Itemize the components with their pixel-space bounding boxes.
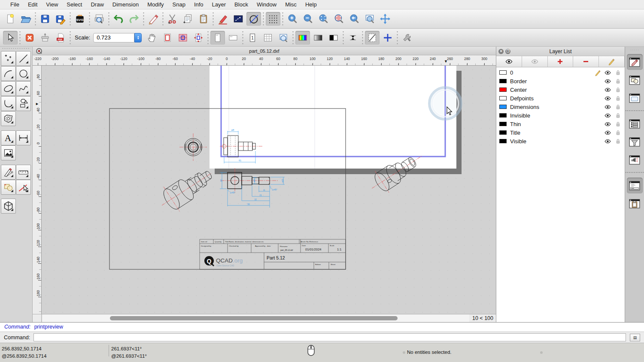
tool-polyline-button[interactable] [1, 96, 16, 111]
pan-button[interactable] [378, 12, 392, 26]
tool-spline-button[interactable] [16, 81, 31, 96]
print-button[interactable] [38, 31, 52, 45]
scrollbar-thumb[interactable] [110, 316, 398, 320]
tool-arc-button[interactable] [1, 66, 16, 81]
draw-pencil-button[interactable] [146, 12, 161, 26]
menu-dimension[interactable]: Dimension [108, 0, 143, 9]
tool-circle-button[interactable] [16, 66, 31, 81]
settings-wrench-button[interactable] [400, 31, 414, 45]
menu-help[interactable]: Help [301, 0, 321, 9]
menu-window[interactable]: Window [252, 0, 281, 9]
layer-edit-icon[interactable] [594, 69, 601, 76]
color-gray-button[interactable] [311, 31, 325, 45]
open-folder-button[interactable] [18, 12, 33, 26]
tool-shape-button[interactable] [16, 96, 31, 111]
pdf-export-button[interactable]: PDF [53, 31, 68, 45]
layer-row[interactable]: Defpoints [496, 94, 625, 103]
add-layer-button[interactable] [548, 56, 574, 67]
clipboard-panel-panel-button[interactable] [627, 196, 643, 211]
command-options-button[interactable]: ▤ [630, 334, 640, 341]
menu-select[interactable]: Select [62, 0, 86, 9]
redo-button[interactable] [127, 12, 141, 26]
library-browser-panel-button[interactable] [627, 152, 643, 168]
tool-block-button[interactable] [1, 180, 16, 195]
grid-toggle-button[interactable] [266, 12, 280, 26]
paper-grid-button[interactable] [176, 31, 190, 45]
point-marks-button[interactable] [380, 31, 395, 45]
layer-visibility-icon[interactable] [604, 112, 611, 119]
portrait-button[interactable] [210, 31, 225, 45]
menu-modify[interactable]: Modify [143, 0, 168, 9]
page-number-button[interactable]: 1 [245, 31, 260, 45]
color-full-button[interactable] [295, 31, 310, 45]
edit-layer-button[interactable] [599, 56, 625, 67]
layer-lock-icon[interactable] [615, 95, 621, 102]
menu-info[interactable]: Info [190, 0, 208, 9]
line-settings-button[interactable] [231, 12, 246, 26]
layer-lock-icon[interactable] [615, 87, 621, 93]
layer-lock-icon[interactable] [615, 121, 621, 127]
hide-all-layers-button[interactable] [522, 56, 548, 67]
layer-row[interactable]: Center [496, 85, 625, 94]
drawing-canvas[interactable]: Item ref Quantity Title/Name, destinatio… [42, 66, 496, 314]
layer-lock-icon[interactable] [615, 138, 621, 145]
scale-stepper[interactable]: ▲▼ [134, 33, 142, 42]
menu-snap[interactable]: Snap [168, 0, 190, 9]
property-editor-panel-button[interactable] [627, 116, 643, 132]
layer-visibility-icon[interactable] [604, 129, 611, 136]
tool-ellipse-button[interactable] [1, 81, 16, 96]
command-input[interactable] [33, 333, 626, 341]
layer-list-panel-button[interactable] [627, 54, 643, 70]
tool-image-button[interactable] [1, 145, 16, 160]
layer-lock-icon[interactable] [615, 104, 621, 110]
tool-dimension-button[interactable] [16, 130, 31, 145]
tool-line-button[interactable] [16, 51, 31, 66]
layer-visibility-icon[interactable] [604, 103, 611, 111]
layer-visibility-icon[interactable] [604, 78, 611, 85]
scale-input[interactable] [93, 33, 134, 42]
color-bw-button[interactable] [326, 31, 341, 45]
remove-layer-button[interactable] [573, 56, 599, 67]
new-file-button[interactable] [3, 12, 18, 26]
layer-lock-icon[interactable] [615, 69, 621, 76]
fit-page-button[interactable] [191, 31, 206, 45]
layer-visibility-icon[interactable] [604, 95, 611, 102]
tool-text-button[interactable]: A [1, 130, 16, 145]
save-as-button[interactable] [53, 12, 68, 26]
copy-button[interactable] [181, 12, 195, 26]
menu-misc[interactable]: Misc [281, 0, 301, 9]
view-frame-panel-button[interactable] [627, 90, 643, 106]
landscape-button[interactable] [226, 31, 240, 45]
zoom-page-button[interactable] [276, 31, 291, 45]
close-preview-button[interactable] [22, 31, 37, 45]
layer-lock-icon[interactable] [615, 112, 621, 119]
block-list-panel-button[interactable] [627, 72, 643, 88]
layer-row[interactable]: Visible [496, 137, 625, 145]
tool-measure-button[interactable] [16, 165, 31, 180]
pointer-button[interactable] [3, 31, 18, 45]
auto-zoom-button[interactable] [316, 12, 331, 26]
tool-solid-button[interactable] [1, 199, 16, 214]
layer-row[interactable]: Thin [496, 120, 625, 128]
draft-mode-button[interactable] [246, 12, 261, 26]
layer-lock-icon[interactable] [615, 130, 621, 136]
layer-row[interactable]: 0 [496, 68, 625, 77]
zoom-out-button[interactable] [301, 12, 315, 26]
crop-marks-button[interactable] [365, 31, 380, 45]
zoom-selection-button[interactable] [331, 12, 346, 26]
layer-visibility-icon[interactable] [604, 121, 611, 128]
layer-lock-icon[interactable] [615, 78, 621, 84]
menu-edit[interactable]: Edit [24, 0, 42, 9]
page-offset-button[interactable] [346, 31, 360, 45]
cut-button[interactable] [165, 12, 180, 26]
tool-modify-button[interactable] [1, 165, 16, 180]
tool-select-button[interactable] [16, 180, 31, 195]
panel-detach-icon[interactable]: ❐ [505, 49, 510, 54]
previous-view-button[interactable] [347, 12, 361, 26]
layer-row[interactable]: Invisible [496, 111, 625, 120]
document-tab[interactable]: part_05.12.dxf [33, 47, 496, 55]
command-line-panel-button[interactable] [627, 178, 643, 193]
zoom-in-button[interactable] [285, 12, 300, 26]
tool-point-button[interactable] [1, 51, 16, 66]
print-preview-button[interactable] [92, 12, 106, 26]
